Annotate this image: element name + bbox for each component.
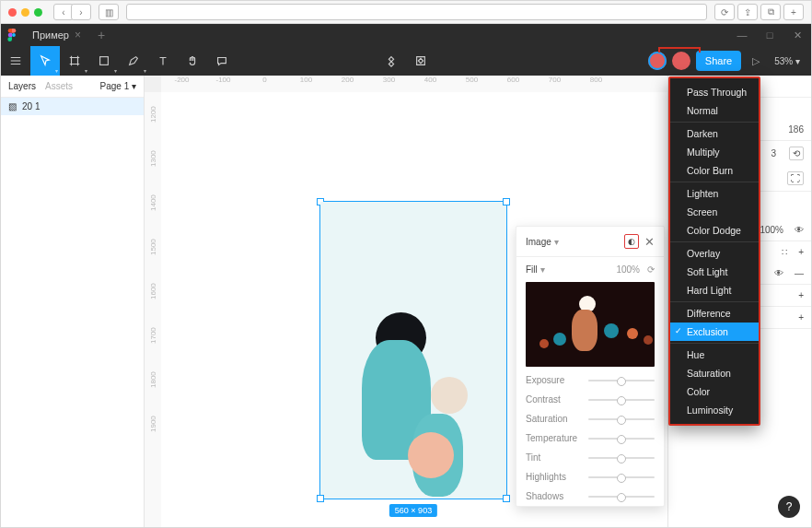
close-dot[interactable]: [8, 8, 17, 17]
image-thumbnail[interactable]: [526, 282, 655, 367]
blend-mode-hard-light[interactable]: Hard Light: [670, 281, 759, 299]
blend-mode-multiply[interactable]: Multiply: [670, 143, 759, 161]
layers-tab[interactable]: Layers: [8, 81, 36, 91]
styles-icon[interactable]: ∷: [782, 247, 787, 257]
fill-mode-select[interactable]: Fill ▾: [526, 264, 545, 275]
clip-icon[interactable]: ⛶: [787, 171, 804, 185]
opacity-value[interactable]: 100%: [760, 225, 783, 235]
menu-button[interactable]: [1, 46, 30, 76]
slider-contrast: Contrast: [516, 390, 664, 409]
blend-mode-darken[interactable]: Darken: [670, 124, 759, 143]
maximize-button[interactable]: □: [756, 29, 783, 41]
slider-track[interactable]: [588, 496, 655, 498]
value-2[interactable]: 3: [771, 148, 776, 158]
browser-chrome: ‹ › ▥ ⟳ ⇪ ⧉ +: [1, 1, 811, 24]
visibility-icon-2[interactable]: 👁: [774, 268, 783, 278]
blend-mode-lighten[interactable]: Lighten: [670, 184, 759, 203]
minimize-button[interactable]: —: [728, 29, 756, 41]
minimize-dot[interactable]: [21, 8, 29, 17]
blend-mode-color-burn[interactable]: Color Burn: [670, 161, 759, 180]
blend-mode-difference[interactable]: Difference: [670, 304, 759, 323]
shape-tool[interactable]: ▾: [89, 46, 119, 76]
help-button[interactable]: ?: [778, 496, 800, 518]
lock-icon[interactable]: ⟲: [789, 147, 804, 160]
tab-close-icon[interactable]: ×: [75, 29, 81, 41]
slider-track[interactable]: [588, 438, 655, 440]
zoom-level[interactable]: 53% ▾: [771, 56, 804, 66]
reload-button[interactable]: ⟳: [714, 4, 735, 20]
blend-mode-exclusion[interactable]: Exclusion: [670, 323, 759, 341]
add-stroke-icon[interactable]: +: [798, 290, 804, 300]
move-tool[interactable]: ▾: [30, 46, 60, 76]
blend-mode-dropdown: Pass ThroughNormalDarkenMultiplyColor Bu…: [668, 76, 760, 426]
dimension-badge: 560 × 903: [389, 504, 437, 517]
ruler-tick: 100: [285, 76, 327, 92]
url-bar[interactable]: [126, 4, 707, 20]
value-1[interactable]: 186: [788, 124, 804, 135]
mask-tool[interactable]: [406, 46, 435, 76]
share-button[interactable]: Share: [696, 51, 741, 71]
blend-mode-normal[interactable]: Normal: [670, 101, 759, 120]
fill-opacity[interactable]: 100%: [616, 264, 640, 275]
blend-mode-screen[interactable]: Screen: [670, 203, 759, 221]
left-panel: Layers Assets Page 1 ▾ ▧ 20 1: [1, 76, 145, 528]
visibility-icon[interactable]: 👁: [795, 225, 804, 235]
image-fill-popover: Image ▾ ◐ ✕ Fill ▾ 100% ⟳ ExposureContra…: [516, 226, 665, 507]
slider-label: Saturation: [526, 414, 588, 424]
slider-track[interactable]: [588, 476, 655, 478]
pen-tool[interactable]: ▾: [119, 46, 148, 76]
app-title-bar: Пример × + — □ ✕: [1, 24, 811, 46]
ruler-tick: 1600: [145, 269, 161, 313]
slider-track[interactable]: [588, 380, 655, 381]
blend-mode-color-dodge[interactable]: Color Dodge: [670, 221, 759, 240]
toolbar-center: [377, 46, 435, 76]
user-avatar-1[interactable]: [648, 52, 667, 70]
slider-track[interactable]: [588, 457, 655, 459]
blend-mode-pass-through[interactable]: Pass Through: [670, 83, 759, 101]
layer-item[interactable]: ▧ 20 1: [1, 98, 144, 115]
hand-tool[interactable]: [178, 46, 207, 76]
blend-mode-luminosity[interactable]: Luminosity: [670, 401, 759, 419]
user-avatar-2[interactable]: [672, 52, 690, 70]
component-tool[interactable]: [377, 46, 406, 76]
new-tab-button[interactable]: +: [783, 4, 804, 20]
document-tab[interactable]: Пример ×: [23, 24, 90, 46]
slider-track[interactable]: [588, 418, 655, 420]
maximize-dot[interactable]: [34, 8, 42, 17]
blend-mode-hue[interactable]: Hue: [670, 346, 759, 364]
ruler-tick: 400: [410, 76, 451, 92]
new-document-tab[interactable]: +: [90, 28, 112, 42]
ruler-tick: 1200: [145, 92, 161, 136]
add-fill-icon[interactable]: +: [798, 247, 804, 257]
blend-mode-saturation[interactable]: Saturation: [670, 364, 759, 382]
popover-close-icon[interactable]: ✕: [644, 235, 655, 249]
ruler-tick: 1700: [145, 313, 161, 358]
tabs-button[interactable]: ⧉: [760, 4, 781, 20]
comment-tool[interactable]: [207, 46, 237, 76]
frame-tool[interactable]: ▾: [60, 46, 89, 76]
sidebar-toggle-button[interactable]: ▥: [99, 4, 119, 20]
blend-mode-button[interactable]: ◐: [624, 234, 639, 249]
text-tool[interactable]: [148, 46, 178, 76]
share-button[interactable]: ⇪: [737, 4, 758, 20]
blend-mode-color[interactable]: Color: [670, 382, 759, 401]
image-layer-icon: ▧: [8, 101, 17, 111]
close-button[interactable]: ✕: [783, 29, 811, 41]
slider-exposure: Exposure: [516, 370, 664, 390]
blend-mode-soft-light[interactable]: Soft Light: [670, 263, 759, 281]
slider-label: Tint: [526, 452, 588, 463]
slider-label: Shadows: [526, 491, 588, 501]
selected-layer[interactable]: 560 × 903: [319, 201, 507, 499]
blend-mode-overlay[interactable]: Overlay: [670, 244, 759, 263]
page-selector[interactable]: Page 1 ▾: [100, 81, 136, 91]
slider-temperature: Temperature: [516, 428, 664, 448]
popover-title[interactable]: Image ▾: [526, 237, 624, 247]
rotate-icon[interactable]: ⟳: [647, 264, 655, 275]
nav-forward-button[interactable]: ›: [71, 4, 91, 20]
assets-tab[interactable]: Assets: [45, 81, 73, 91]
ruler-tick: 300: [368, 76, 410, 92]
slider-track[interactable]: [588, 399, 655, 401]
present-button[interactable]: ▷: [747, 46, 765, 76]
remove-icon[interactable]: —: [795, 268, 804, 278]
add-effect-icon[interactable]: +: [798, 312, 804, 323]
